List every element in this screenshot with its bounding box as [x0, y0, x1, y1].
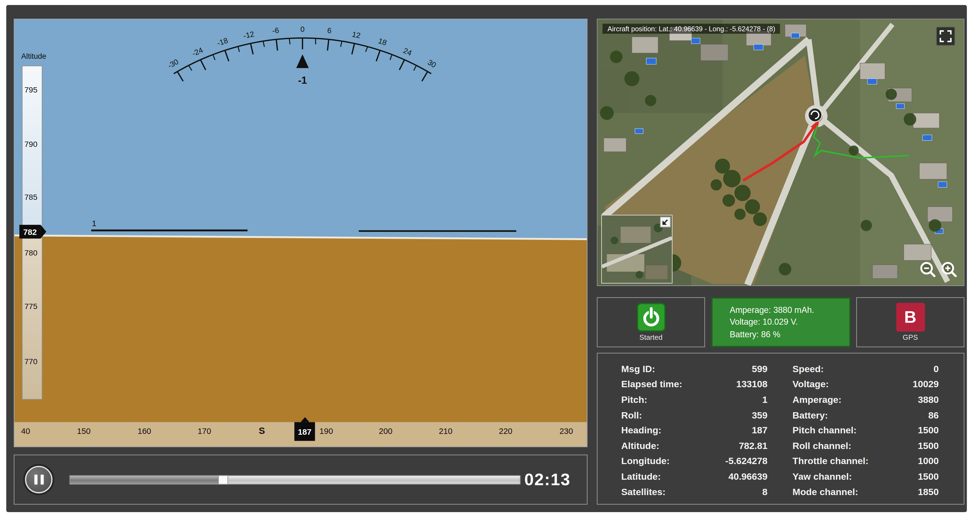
heading-pointer-icon: [301, 417, 310, 422]
zoom-out-button[interactable]: [919, 261, 936, 278]
heading-current-box: 187: [294, 422, 315, 441]
heading-tick: 220: [499, 427, 512, 436]
telemetry-row: Pitch:1: [621, 392, 767, 407]
battery-voltage: Voltage: 10.029 V.: [730, 316, 843, 328]
heading-tick: 160: [138, 427, 151, 436]
svg-text:-30: -30: [166, 57, 180, 70]
telemetry-row: Longitude:-5.624278: [621, 453, 767, 468]
telemetry-row: Battery:86: [792, 407, 939, 422]
svg-text:-24: -24: [191, 46, 204, 58]
telemetry-row: Heading:187: [621, 422, 767, 438]
altitude-current-value: 782: [23, 227, 37, 236]
battery-amperage: Amperage: 3880 mAh.: [730, 304, 843, 316]
altitude-tick: 785: [24, 192, 37, 202]
battery-status-box: Amperage: 3880 mAh. Voltage: 10.029 V. B…: [711, 297, 850, 347]
svg-text:0: 0: [301, 25, 305, 33]
svg-text:18: 18: [377, 36, 388, 47]
app-root: 1: [6, 5, 967, 512]
pause-button[interactable]: [25, 466, 52, 493]
telemetry-left-column: Msg ID:599 Elapsed time:133108 Pitch:1 R…: [621, 361, 767, 504]
altitude-tick: 790: [24, 139, 37, 149]
heading-tick: 150: [77, 427, 91, 436]
heading-tape: 40 150 160 170 S 190 200 210 220 230 187: [14, 422, 587, 447]
svg-text:30: 30: [426, 58, 438, 70]
ground-area: [14, 236, 587, 422]
zoom-out-icon: [919, 261, 936, 278]
roll-current-value: -1: [298, 75, 307, 86]
started-label: Started: [640, 333, 662, 341]
heading-current-value: 187: [298, 427, 312, 436]
roll-pointer-icon: [296, 54, 309, 68]
progress-slider[interactable]: [70, 475, 521, 485]
status-row: Started Amperage: 3880 mAh. Voltage: 10.…: [597, 297, 964, 347]
telemetry-row: Voltage:10029: [792, 376, 939, 392]
gps-status-box: B GPS: [856, 297, 964, 347]
fullscreen-button[interactable]: [936, 27, 955, 46]
heading-tick: 170: [197, 427, 211, 436]
telemetry-row: Mode channel:1850: [792, 484, 939, 499]
altitude-current-box: 782: [19, 225, 41, 238]
elapsed-time: 02:13: [524, 455, 571, 504]
telemetry-row: Roll channel:1500: [792, 438, 939, 453]
screen: 1: [0, 0, 980, 525]
altitude-tick: 770: [24, 357, 37, 366]
pause-icon: [34, 474, 37, 484]
telemetry-row: Elapsed time:133108: [621, 376, 767, 392]
heading-tick: 190: [320, 427, 333, 436]
pitch-line-label: 1: [92, 219, 96, 228]
svg-text:12: 12: [351, 30, 361, 40]
playback-bar: 02:13: [14, 455, 587, 505]
gps-badge-icon: B: [896, 303, 925, 332]
telemetry-row: Amperage:3880: [792, 392, 939, 407]
aircraft-marker[interactable]: [808, 108, 822, 122]
gps-label: GPS: [903, 333, 918, 341]
roll-scale: -30 -24 -18 -12 -6 0 6 12 18 24 30: [166, 25, 438, 81]
altitude-tick: 795: [24, 85, 37, 95]
minimap-collapse-icon: [660, 217, 670, 227]
telemetry-panel: Msg ID:599 Elapsed time:133108 Pitch:1 R…: [597, 353, 964, 505]
minimap[interactable]: [601, 215, 672, 284]
svg-text:6: 6: [327, 26, 332, 35]
telemetry-right-column: Speed:0 Voltage:10029 Amperage:3880 Batt…: [792, 361, 939, 504]
altitude-label: Altitude: [21, 52, 46, 61]
pitch-reference-bars: [91, 230, 516, 231]
altitude-tick: 780: [24, 248, 37, 258]
zoom-in-button[interactable]: [941, 261, 958, 278]
svg-text:-6: -6: [272, 26, 279, 35]
altitude-pointer-icon: [41, 225, 46, 238]
telemetry-row: Throttle channel:1000: [792, 453, 939, 468]
map-panel: Aircraft position: Lat.: 40.96639 - Long…: [597, 19, 964, 286]
attitude-panel: 1: [14, 19, 587, 447]
attitude-indicator: 1: [14, 19, 587, 422]
telemetry-row: Yaw channel:1500: [792, 468, 939, 484]
minimap-toggle-button[interactable]: [660, 217, 671, 227]
heading-tick: 200: [379, 427, 392, 436]
zoom-in-icon: [941, 261, 958, 278]
battery-percent: Battery: 86 %: [730, 328, 843, 340]
telemetry-row: Latitude:40.96639: [621, 468, 767, 484]
heading-tick: 230: [560, 427, 573, 436]
gps-badge-letter: B: [904, 308, 916, 327]
telemetry-row: Msg ID:599: [621, 361, 767, 376]
aircraft-position-overlay: Aircraft position: Lat.: 40.96639 - Long…: [603, 24, 780, 33]
heading-tick: 40: [21, 427, 30, 436]
map-zoom-controls: [919, 261, 958, 278]
telemetry-row: Speed:0: [792, 361, 939, 376]
pause-icon: [40, 474, 43, 484]
svg-text:24: 24: [402, 46, 413, 57]
heading-cardinal-south: S: [259, 425, 265, 436]
fullscreen-icon: [937, 27, 955, 45]
svg-text:-18: -18: [216, 36, 229, 48]
power-icon: [637, 303, 665, 332]
telemetry-row: Satellites:8: [621, 484, 767, 499]
heading-tick: 210: [439, 427, 452, 436]
telemetry-row: Pitch channel:1500: [792, 422, 939, 438]
telemetry-row: Roll:359: [621, 407, 767, 422]
svg-text:-12: -12: [243, 30, 255, 40]
started-status-box: Started: [597, 297, 705, 347]
progress-fill: [70, 476, 223, 484]
progress-thumb[interactable]: [218, 475, 228, 485]
altitude-tick: 775: [24, 301, 37, 311]
power-button[interactable]: [637, 303, 665, 332]
telemetry-row: Altitude:782.81: [621, 438, 767, 453]
